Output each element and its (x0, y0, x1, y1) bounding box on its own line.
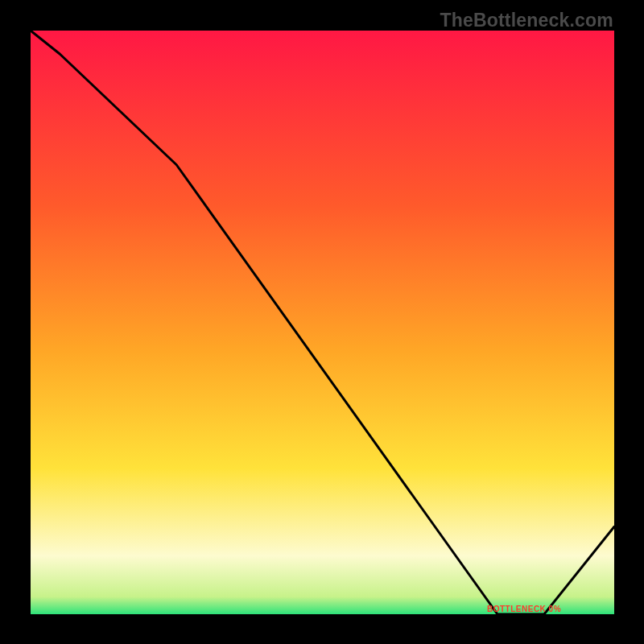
chart-line (31, 31, 614, 614)
watermark-text: TheBottleneck.com (440, 10, 613, 31)
chart-frame: BOTTLENECK 0% (31, 31, 614, 614)
bottleneck-label: BOTTLENECK 0% (487, 605, 561, 613)
